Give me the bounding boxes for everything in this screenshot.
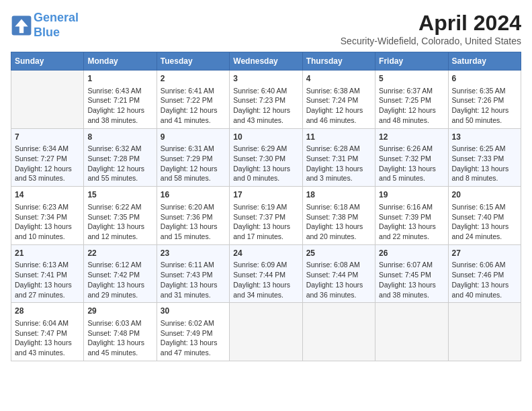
calendar-cell: 2Sunrise: 6:41 AMSunset: 7:22 PMDaylight…	[157, 71, 229, 129]
calendar-cell	[448, 303, 521, 361]
weekday-header-sunday: Sunday	[11, 52, 84, 71]
day-info: Sunrise: 6:02 AMSunset: 7:49 PMDaylight:…	[161, 318, 226, 358]
logo-line2: Blue	[34, 26, 60, 39]
calendar-cell: 10Sunrise: 6:29 AMSunset: 7:30 PMDayligh…	[230, 128, 302, 187]
day-info: Sunrise: 6:20 AMSunset: 7:36 PMDaylight:…	[161, 202, 226, 242]
day-number: 13	[452, 132, 517, 143]
calendar-cell: 7Sunrise: 6:34 AMSunset: 7:27 PMDaylight…	[11, 128, 84, 187]
week-row-2: 7Sunrise: 6:34 AMSunset: 7:27 PMDaylight…	[11, 128, 521, 187]
day-info: Sunrise: 6:18 AMSunset: 7:38 PMDaylight:…	[306, 202, 371, 242]
calendar-cell	[375, 303, 448, 361]
day-number: 14	[15, 189, 80, 201]
calendar-cell: 29Sunrise: 6:03 AMSunset: 7:48 PMDayligh…	[84, 303, 157, 361]
calendar-cell: 3Sunrise: 6:40 AMSunset: 7:23 PMDaylight…	[230, 71, 302, 129]
calendar-cell	[11, 71, 84, 129]
day-info: Sunrise: 6:15 AMSunset: 7:40 PMDaylight:…	[452, 202, 517, 242]
day-info: Sunrise: 6:16 AMSunset: 7:39 PMDaylight:…	[379, 202, 444, 242]
day-info: Sunrise: 6:23 AMSunset: 7:34 PMDaylight:…	[15, 202, 80, 242]
calendar-cell: 12Sunrise: 6:26 AMSunset: 7:32 PMDayligh…	[375, 128, 448, 187]
day-number: 20	[452, 189, 517, 201]
calendar-table: SundayMondayTuesdayWednesdayThursdayFrid…	[11, 52, 521, 361]
day-number: 25	[306, 248, 371, 259]
calendar-cell: 22Sunrise: 6:12 AMSunset: 7:42 PMDayligh…	[84, 244, 157, 303]
day-info: Sunrise: 6:12 AMSunset: 7:42 PMDaylight:…	[87, 260, 152, 300]
day-info: Sunrise: 6:09 AMSunset: 7:44 PMDaylight:…	[233, 260, 298, 300]
calendar-cell: 14Sunrise: 6:23 AMSunset: 7:34 PMDayligh…	[11, 187, 84, 245]
page-header: General Blue April 2024 Security-Widefie…	[11, 11, 521, 46]
calendar-header: SundayMondayTuesdayWednesdayThursdayFrid…	[11, 52, 521, 71]
calendar-cell: 20Sunrise: 6:15 AMSunset: 7:40 PMDayligh…	[448, 187, 521, 245]
day-number: 8	[87, 132, 152, 143]
day-info: Sunrise: 6:41 AMSunset: 7:22 PMDaylight:…	[161, 86, 226, 126]
day-info: Sunrise: 6:38 AMSunset: 7:24 PMDaylight:…	[306, 86, 371, 126]
day-info: Sunrise: 6:19 AMSunset: 7:37 PMDaylight:…	[233, 202, 298, 242]
day-number: 18	[306, 189, 371, 201]
calendar-cell: 28Sunrise: 6:04 AMSunset: 7:47 PMDayligh…	[11, 303, 84, 361]
day-info: Sunrise: 6:37 AMSunset: 7:25 PMDaylight:…	[379, 86, 444, 126]
calendar-cell: 25Sunrise: 6:08 AMSunset: 7:44 PMDayligh…	[302, 244, 375, 303]
day-number: 2	[161, 73, 226, 85]
day-info: Sunrise: 6:25 AMSunset: 7:33 PMDaylight:…	[452, 144, 517, 183]
calendar-cell: 11Sunrise: 6:28 AMSunset: 7:31 PMDayligh…	[302, 128, 375, 187]
logo-line1: General	[34, 11, 79, 24]
weekday-header-saturday: Saturday	[448, 52, 521, 71]
day-info: Sunrise: 6:08 AMSunset: 7:44 PMDaylight:…	[306, 260, 371, 300]
weekday-header-thursday: Thursday	[302, 52, 375, 71]
calendar-cell: 13Sunrise: 6:25 AMSunset: 7:33 PMDayligh…	[448, 128, 521, 187]
week-row-1: 1Sunrise: 6:43 AMSunset: 7:21 PMDaylight…	[11, 71, 521, 129]
day-info: Sunrise: 6:06 AMSunset: 7:46 PMDaylight:…	[452, 260, 517, 300]
day-info: Sunrise: 6:03 AMSunset: 7:48 PMDaylight:…	[87, 318, 152, 358]
day-number: 21	[15, 248, 80, 259]
day-info: Sunrise: 6:31 AMSunset: 7:29 PMDaylight:…	[161, 144, 226, 183]
day-number: 26	[379, 248, 444, 259]
day-info: Sunrise: 6:43 AMSunset: 7:21 PMDaylight:…	[87, 86, 152, 126]
calendar-cell	[302, 303, 375, 361]
week-row-5: 28Sunrise: 6:04 AMSunset: 7:47 PMDayligh…	[11, 303, 521, 361]
week-row-3: 14Sunrise: 6:23 AMSunset: 7:34 PMDayligh…	[11, 187, 521, 245]
day-info: Sunrise: 6:29 AMSunset: 7:30 PMDaylight:…	[233, 144, 298, 183]
day-number: 24	[233, 248, 298, 259]
calendar-cell: 24Sunrise: 6:09 AMSunset: 7:44 PMDayligh…	[230, 244, 302, 303]
calendar-cell: 6Sunrise: 6:35 AMSunset: 7:26 PMDaylight…	[448, 71, 521, 129]
location-title: Security-Widefield, Colorado, United Sta…	[341, 36, 521, 46]
calendar-cell: 19Sunrise: 6:16 AMSunset: 7:39 PMDayligh…	[375, 187, 448, 245]
day-number: 19	[379, 189, 444, 201]
day-number: 1	[87, 73, 152, 85]
day-info: Sunrise: 6:40 AMSunset: 7:23 PMDaylight:…	[233, 86, 298, 126]
day-number: 6	[452, 73, 517, 85]
week-row-4: 21Sunrise: 6:13 AMSunset: 7:41 PMDayligh…	[11, 244, 521, 303]
weekday-header-wednesday: Wednesday	[230, 52, 302, 71]
weekday-row: SundayMondayTuesdayWednesdayThursdayFrid…	[11, 52, 521, 71]
day-number: 3	[233, 73, 298, 85]
calendar-cell: 1Sunrise: 6:43 AMSunset: 7:21 PMDaylight…	[84, 71, 157, 129]
day-info: Sunrise: 6:07 AMSunset: 7:45 PMDaylight:…	[379, 260, 444, 300]
day-number: 7	[15, 132, 80, 143]
calendar-cell: 17Sunrise: 6:19 AMSunset: 7:37 PMDayligh…	[230, 187, 302, 245]
day-number: 16	[161, 189, 226, 201]
logo: General Blue	[11, 11, 79, 40]
day-number: 27	[452, 248, 517, 259]
calendar-cell: 21Sunrise: 6:13 AMSunset: 7:41 PMDayligh…	[11, 244, 84, 303]
day-number: 4	[306, 73, 371, 85]
weekday-header-monday: Monday	[84, 52, 157, 71]
day-number: 9	[161, 132, 226, 143]
day-number: 5	[379, 73, 444, 85]
weekday-header-friday: Friday	[375, 52, 448, 71]
day-number: 10	[233, 132, 298, 143]
day-number: 12	[379, 132, 444, 143]
day-info: Sunrise: 6:22 AMSunset: 7:35 PMDaylight:…	[87, 202, 152, 242]
day-number: 23	[161, 248, 226, 259]
day-number: 28	[15, 306, 80, 317]
calendar-cell: 16Sunrise: 6:20 AMSunset: 7:36 PMDayligh…	[157, 187, 229, 245]
calendar-cell: 23Sunrise: 6:11 AMSunset: 7:43 PMDayligh…	[157, 244, 229, 303]
day-info: Sunrise: 6:13 AMSunset: 7:41 PMDaylight:…	[15, 260, 80, 300]
day-number: 15	[87, 189, 152, 201]
day-info: Sunrise: 6:35 AMSunset: 7:26 PMDaylight:…	[452, 86, 517, 126]
calendar-cell: 8Sunrise: 6:32 AMSunset: 7:28 PMDaylight…	[84, 128, 157, 187]
calendar-cell: 5Sunrise: 6:37 AMSunset: 7:25 PMDaylight…	[375, 71, 448, 129]
day-number: 30	[161, 306, 226, 317]
weekday-header-tuesday: Tuesday	[157, 52, 229, 71]
calendar-cell: 9Sunrise: 6:31 AMSunset: 7:29 PMDaylight…	[157, 128, 229, 187]
logo-text: General Blue	[34, 11, 79, 40]
calendar-cell: 30Sunrise: 6:02 AMSunset: 7:49 PMDayligh…	[157, 303, 229, 361]
